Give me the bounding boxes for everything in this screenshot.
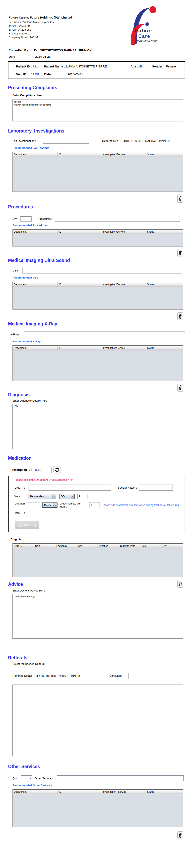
gender-value: Female <box>166 65 176 68</box>
diagnosis-sublabel: Enter Diagnosis Details Here <box>12 399 187 402</box>
recommended-other-services-link[interactable]: Recommended Other Services <box>12 784 187 787</box>
delete-drug-button[interactable] <box>177 580 183 588</box>
column-header-status: Status <box>146 346 183 350</box>
refresh-prescription-button[interactable] <box>53 466 61 473</box>
add-drug-label: Add Drug <box>23 523 36 527</box>
delete-procedure-button[interactable] <box>177 249 183 257</box>
chevron-down-icon: ▼ <box>53 503 57 507</box>
add-drug-button[interactable]: + Add Drug <box>15 521 39 529</box>
duration-input[interactable] <box>28 502 40 508</box>
uss-field-row: USS : <box>12 268 187 274</box>
uss-input[interactable] <box>22 268 182 274</box>
delete-uss-button[interactable] <box>177 312 183 320</box>
other-services-label: Other Services : <box>35 777 54 780</box>
lab-investigation-input[interactable] <box>43 138 89 144</box>
per-meal-input[interactable] <box>89 502 100 508</box>
company-phone-2: T: +24 84 225 252 <box>9 28 99 32</box>
section-title-diagnosis: Diagnosis <box>8 392 187 398</box>
section-title-ultrasound: Medical Imaging Ultra Sound <box>8 258 187 263</box>
other-field-row: Qty : Other Services : <box>12 775 187 781</box>
duration-unit-select[interactable]: Day/s ▼ <box>42 502 57 508</box>
consultant-input[interactable] <box>128 673 183 679</box>
delete-lab-testing-button[interactable] <box>177 194 183 203</box>
future-care-logo: Future Care ♥ Body Mind Soul <box>123 4 165 45</box>
other-qty-input[interactable] <box>21 775 32 781</box>
column-header-status: Status <box>146 282 183 286</box>
company-holdings: Future Holdings (Pty) Limited <box>30 16 72 19</box>
gender-label: Gender : <box>152 65 164 68</box>
recommended-procedures-link[interactable]: Recommended Procedures <box>12 224 187 227</box>
logo-heart-icon: ♥ <box>143 35 145 38</box>
drug-list-header: Drug ID Drug Fequency Way Duration Durat… <box>13 544 183 548</box>
column-header-way: Way <box>76 544 98 548</box>
drug-list-body[interactable] <box>13 548 183 577</box>
consultation-report-page: Future Care by Future Holdings (Pty) Lim… <box>0 0 187 849</box>
visit-date-label: Date <box>44 72 66 76</box>
column-header-investigation: Investigation/Service <box>101 282 146 286</box>
uss-label: USS : <box>12 269 20 272</box>
prescription-id-input[interactable] <box>34 467 52 473</box>
procedures-table-header: Department ID Investigation/Service Stat… <box>13 229 183 234</box>
column-header-frequency: Fequency <box>55 544 77 548</box>
uss-table-header: Department ID Investigation/Service Stat… <box>13 282 183 287</box>
procedures-table: Department ID Investigation/Service Stat… <box>12 229 183 247</box>
procedures-table-body[interactable] <box>13 234 183 246</box>
duration-label: Duration : <box>14 502 26 508</box>
total-colon: : <box>24 512 29 514</box>
company-title: Future Care by Future Holdings (Pty) Lim… <box>9 16 98 20</box>
consulted-by-label: Consulted By : <box>9 49 32 52</box>
other-qty-label: Qty : <box>12 777 18 780</box>
frequency-qty-input[interactable] <box>77 494 87 499</box>
xray-input[interactable] <box>24 332 185 337</box>
trash-icon <box>178 833 182 838</box>
reffering-doctor-input[interactable] <box>35 673 89 679</box>
section-title-advice: Advice <box>8 582 187 587</box>
special-notes-input[interactable] <box>139 485 173 491</box>
way-colon: : <box>24 495 29 498</box>
plus-circle-icon: + <box>18 523 22 527</box>
chevron-down-icon: ▼ <box>71 494 74 499</box>
delete-xray-button[interactable] <box>177 384 183 392</box>
advice-textarea[interactable]: continue current mgt <box>12 594 183 639</box>
xray-table-body[interactable] <box>13 350 183 381</box>
other-services-input[interactable] <box>57 775 184 781</box>
procedures-qty-input[interactable] <box>20 216 32 221</box>
procedures-input[interactable] <box>55 216 180 221</box>
diagnosis-textarea[interactable]: ISQ <box>12 404 183 449</box>
xray-trash-row <box>0 384 183 392</box>
drug-colon: : <box>24 486 29 489</box>
refresh-icon <box>54 467 60 472</box>
lab-testings-table: Department ID Investigation/Service Stat… <box>12 152 183 192</box>
procedures-label: Procedures : <box>37 217 52 220</box>
xray-table-header: Department ID Investigation/Service Stat… <box>13 346 183 350</box>
age-value: 46 <box>139 65 143 68</box>
meal-timing-select[interactable]: Before Meal ▼ <box>29 494 56 499</box>
logo-word-care: Care ♥ <box>138 34 150 39</box>
frequency-select[interactable]: OD ▼ <box>59 494 75 499</box>
section-title-laboratory: Laboratory Investigations <box>8 128 187 134</box>
other-table-body[interactable] <box>13 794 183 827</box>
recommended-uss-link[interactable]: Recommended USS <box>12 276 187 279</box>
lab-table-header: Department ID Investigation/Service Stat… <box>13 152 183 157</box>
delete-other-service-button[interactable] <box>177 831 183 839</box>
complaints-textarea[interactable]: pt seen Xray in keeping with Muscle spas… <box>12 99 183 121</box>
per-meal-label: Drugs/Tablets per meal : <box>60 502 87 508</box>
column-header-status: Status <box>146 229 183 234</box>
column-header-department: Department <box>13 229 58 234</box>
uss-table-body[interactable] <box>13 287 183 309</box>
column-header-department: Department <box>13 282 58 286</box>
column-header-drug: Drug <box>34 544 55 548</box>
advice-sublabel: Enter Doctor's Advice Here <box>12 589 187 592</box>
recommended-xray-link[interactable]: Recommended X-Rays <box>12 340 187 343</box>
logo-word-future: Future <box>135 27 152 34</box>
uss-table: Department ID Investigation/Service Stat… <box>12 282 183 310</box>
drug-list-label: Drug List <box>10 538 187 541</box>
lab-table-body[interactable] <box>13 157 183 191</box>
other-services-table: Department ID Investigation / Service St… <box>12 789 183 827</box>
recommended-lab-testings-link[interactable]: Recommended Lab Testings <box>12 147 187 149</box>
drug-input[interactable] <box>29 485 111 491</box>
refferal-listbox[interactable] <box>12 685 183 756</box>
trash-icon <box>178 196 182 201</box>
column-header-id: ID <box>58 790 101 794</box>
lab-field-row: Lab Investingation : Reffered By : ORITS… <box>12 138 187 144</box>
